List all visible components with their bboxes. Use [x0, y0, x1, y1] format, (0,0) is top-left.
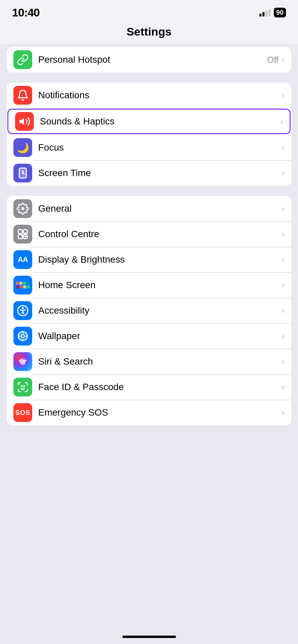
general-chevron: ›: [282, 204, 285, 213]
battery-indicator: 90: [274, 8, 286, 17]
accessibility-icon-wrap: [13, 301, 32, 320]
face-id-chevron: ›: [282, 382, 285, 392]
emergency-sos-chevron: ›: [282, 408, 285, 417]
svg-rect-9: [18, 235, 22, 239]
status-bar: 10:40 90: [0, 0, 298, 22]
settings-group-partial: Personal Hotspot Off ›: [7, 47, 291, 72]
emergency-icon-wrap: SOS: [13, 403, 32, 422]
face-id-icon: [17, 381, 29, 393]
notifications-label: Notifications: [38, 90, 282, 101]
home-indicator: [122, 636, 176, 638]
accessibility-icon: [17, 305, 29, 317]
sounds-icon: [18, 115, 31, 127]
settings-row-siri-search[interactable]: Siri & Search ›: [7, 349, 291, 374]
notifications-icon-wrap: [13, 86, 32, 105]
settings-row-control-centre[interactable]: Control Centre ›: [7, 221, 291, 247]
settings-row-sounds-haptics[interactable]: Sounds & Haptics ›: [7, 109, 291, 134]
display-icon-wrap: AA: [13, 250, 32, 269]
settings-row-screen-time[interactable]: Screen Time ›: [7, 160, 291, 186]
face-id-icon-wrap: [13, 378, 32, 396]
settings-row-general[interactable]: General ›: [7, 196, 291, 221]
wallpaper-icon: [17, 330, 29, 342]
status-time: 10:40: [12, 6, 40, 19]
personal-hotspot-value: Off: [267, 55, 279, 65]
accessibility-chevron: ›: [282, 306, 285, 315]
general-icon-wrap: [13, 199, 32, 218]
home-screen-icon: [16, 282, 30, 288]
wallpaper-chevron: ›: [282, 331, 285, 341]
svg-rect-7: [18, 230, 22, 234]
control-centre-icon-wrap: [13, 225, 32, 244]
signal-icon: [259, 9, 271, 16]
focus-chevron: ›: [282, 143, 285, 152]
wallpaper-label: Wallpaper: [38, 331, 282, 341]
general-icon: [17, 203, 29, 215]
focus-label: Focus: [38, 142, 282, 153]
general-label: General: [38, 203, 282, 214]
sounds-icon-wrap: [15, 112, 34, 131]
settings-group-notifications: Notifications › Sounds & Haptics › 🌙 Foc…: [7, 83, 291, 186]
svg-point-6: [21, 207, 24, 210]
screen-time-label: Screen Time: [38, 168, 282, 178]
settings-group-general: General › Control Centre ›: [7, 196, 291, 425]
svg-marker-0: [19, 118, 24, 125]
svg-point-17: [20, 333, 26, 339]
notifications-icon: [17, 89, 29, 101]
notifications-chevron: ›: [282, 91, 285, 100]
siri-icon: [17, 356, 29, 368]
siri-search-label: Siri & Search: [38, 356, 282, 367]
screen-time-chevron: ›: [282, 168, 285, 178]
home-screen-chevron: ›: [282, 280, 285, 290]
home-screen-icon-wrap: [13, 276, 32, 294]
settings-row-home-screen[interactable]: Home Screen ›: [7, 272, 291, 298]
personal-hotspot-chevron: ›: [282, 55, 285, 64]
settings-row-personal-hotspot[interactable]: Personal Hotspot Off ›: [7, 47, 291, 72]
settings-row-face-id[interactable]: Face ID & Passcode ›: [7, 374, 291, 400]
svg-point-16: [21, 335, 24, 338]
screen-time-icon: [17, 167, 29, 179]
settings-row-focus[interactable]: 🌙 Focus ›: [7, 135, 291, 160]
svg-point-11: [24, 236, 26, 238]
settings-row-accessibility[interactable]: Accessibility ›: [7, 298, 291, 323]
settings-row-wallpaper[interactable]: Wallpaper ›: [7, 323, 291, 349]
home-screen-label: Home Screen: [38, 280, 282, 290]
control-centre-label: Control Centre: [38, 229, 282, 239]
siri-search-chevron: ›: [282, 357, 285, 366]
sounds-haptics-chevron: ›: [280, 117, 283, 126]
svg-point-14: [22, 307, 24, 309]
svg-point-5: [22, 173, 23, 174]
control-centre-chevron: ›: [282, 229, 285, 239]
personal-hotspot-icon-wrap: [13, 50, 32, 69]
personal-hotspot-label: Personal Hotspot: [38, 54, 267, 65]
personal-hotspot-icon: [17, 54, 29, 66]
wallpaper-icon-wrap: [13, 327, 32, 345]
accessibility-label: Accessibility: [38, 305, 282, 316]
focus-icon: 🌙: [17, 142, 29, 154]
page-title: Settings: [126, 25, 171, 38]
siri-icon-wrap: [13, 352, 32, 371]
focus-icon-wrap: 🌙: [13, 138, 32, 157]
display-brightness-chevron: ›: [282, 255, 285, 264]
nav-header: Settings: [0, 22, 298, 44]
display-icon: AA: [18, 255, 28, 264]
screen-time-icon-wrap: [13, 164, 32, 182]
settings-row-notifications[interactable]: Notifications ›: [7, 83, 291, 108]
emergency-sos-label: Emergency SOS: [38, 407, 282, 418]
control-centre-icon: [17, 228, 29, 240]
status-right: 90: [259, 8, 286, 17]
display-brightness-label: Display & Brightness: [38, 254, 282, 265]
settings-row-display-brightness[interactable]: AA Display & Brightness ›: [7, 247, 291, 272]
settings-row-emergency-sos[interactable]: SOS Emergency SOS ›: [7, 400, 291, 425]
sounds-haptics-label: Sounds & Haptics: [40, 116, 280, 127]
emergency-icon: SOS: [15, 409, 30, 417]
face-id-label: Face ID & Passcode: [38, 382, 282, 392]
battery-level: 90: [276, 9, 284, 16]
settings-content: Personal Hotspot Off › Notifications ›: [0, 47, 298, 425]
